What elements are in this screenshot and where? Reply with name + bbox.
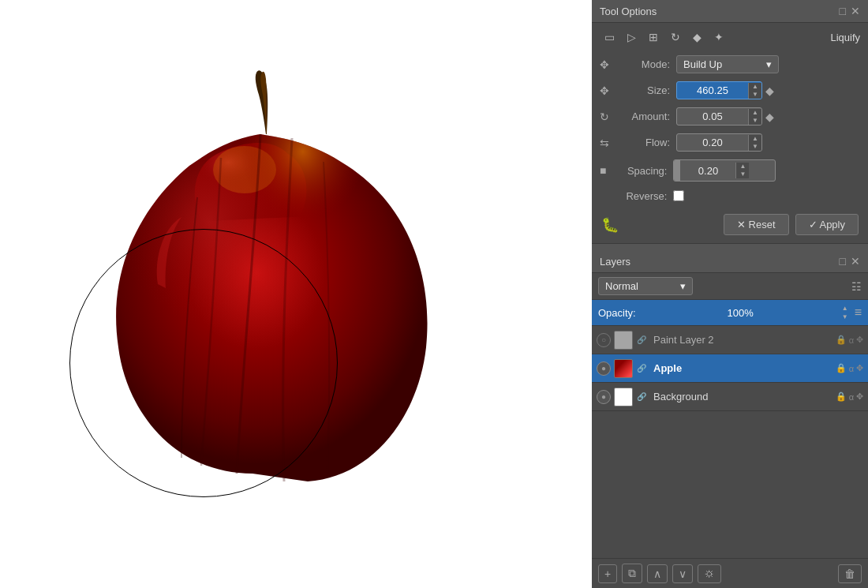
tool-rect-icon[interactable]: ▭ (600, 28, 619, 47)
tool-options-panel: Tool Options □ ✕ ▭ ▷ ⊞ ↻ ◆ ✦ Liquify ✥ M… (592, 0, 868, 244)
layer-icons-apple: 🔒 α ✥ (836, 363, 863, 373)
reverse-checkbox[interactable] (673, 190, 684, 201)
tool-diamond-icon[interactable]: ◆ (688, 28, 706, 47)
amount-input[interactable] (677, 108, 748, 125)
flow-label: Flow: (619, 137, 670, 148)
layer-icons-paint-layer-2: 🔒 α ✥ (836, 335, 863, 345)
spacing-up-btn[interactable]: ▲ (736, 163, 749, 170)
reverse-control (673, 190, 860, 201)
opacity-down-btn[interactable]: ▼ (839, 313, 851, 321)
close-icon[interactable]: ✕ (851, 5, 860, 17)
canvas-content[interactable] (0, 0, 592, 588)
mode-value: Build Up (683, 58, 722, 70)
layer-alpha-icon-apple[interactable]: α (849, 364, 854, 373)
layer-extra-icon-apple[interactable]: ✥ (856, 363, 863, 373)
spacing-bar (674, 160, 680, 181)
size-icon: ✥ (600, 84, 609, 97)
duplicate-layer-button[interactable]: ⧉ (622, 564, 642, 583)
amount-row: ↻ Amount: ▲ ▼ ◆ (592, 103, 868, 129)
size-spinners: ▲ ▼ (748, 83, 761, 99)
layer-row-apple[interactable]: ● 🔗 Apple 🔒 α ✥ (592, 354, 868, 383)
size-up-btn[interactable]: ▲ (749, 83, 761, 91)
opacity-label: Opacity: (598, 307, 636, 319)
layer-properties-button[interactable]: ⛭ (698, 564, 721, 583)
flow-row: ⇆ Flow: ▲ ▼ (592, 129, 868, 155)
layer-lock-icon-background[interactable]: 🔒 (836, 391, 847, 402)
apply-button[interactable]: ✓ Apply (795, 214, 859, 235)
layer-icons-background: 🔒 α ✥ (836, 391, 863, 402)
spacing-down-btn[interactable]: ▼ (736, 170, 749, 178)
layers-bottom-bar: + ⧉ ∧ ∨ ⛭ 🗑 (592, 558, 868, 588)
layer-row-background[interactable]: ● 🔗 Background 🔒 α ✥ (592, 383, 868, 411)
layer-chain-background: 🔗 (636, 391, 647, 403)
spacing-label: Spacing: (615, 165, 667, 177)
amount-reset-icon[interactable]: ◆ (765, 110, 774, 123)
amount-spinners: ▲ ▼ (748, 109, 761, 125)
opacity-spinners: ▲ ▼ (839, 304, 851, 321)
amount-down-btn[interactable]: ▼ (749, 117, 761, 125)
tool-rotate-icon[interactable]: ↻ (666, 28, 685, 47)
layer-name-background: Background (650, 391, 832, 403)
layer-alpha-icon-background[interactable]: α (849, 392, 854, 402)
layer-eye-paint-layer-2[interactable]: ○ (597, 333, 611, 347)
delete-layer-button[interactable]: 🗑 (838, 564, 862, 583)
layers-blend-row: Normal ▾ ☷ (592, 273, 868, 300)
tool-icon-row: ▭ ▷ ⊞ ↻ ◆ ✦ Liquify (592, 23, 868, 51)
opacity-up-btn[interactable]: ▲ (839, 304, 851, 313)
layer-menu-icon[interactable]: ≡ (855, 305, 862, 320)
layers-header-icons: □ ✕ (840, 255, 860, 268)
layers-close-icon[interactable]: ✕ (851, 255, 860, 268)
flow-down-btn[interactable]: ▼ (749, 143, 761, 151)
reset-x-icon: ✕ (737, 219, 746, 230)
tool-select-icon[interactable]: ✦ (709, 28, 728, 47)
flow-spinners: ▲ ▼ (748, 135, 761, 151)
reset-label: Reset (749, 219, 776, 230)
layer-lock-icon-paint-layer-2[interactable]: 🔒 (836, 335, 847, 345)
flow-input[interactable] (677, 134, 748, 151)
size-down-btn[interactable]: ▼ (749, 91, 761, 99)
apply-label: Apply (819, 219, 845, 230)
mode-dropdown[interactable]: Build Up ▾ (676, 55, 779, 73)
flow-up-btn[interactable]: ▲ (749, 135, 761, 143)
tool-arrow-icon[interactable]: ▷ (623, 28, 641, 47)
size-input[interactable] (677, 82, 748, 99)
tool-options-header-icons: □ ✕ (840, 5, 860, 17)
layer-row-paint-layer-2[interactable]: ○ 🔗 Paint Layer 2 🔒 α ✥ (592, 326, 868, 354)
opacity-row: Opacity: 100% ▲ ▼ ≡ (592, 300, 868, 326)
layers-filter-icon[interactable]: ☷ (851, 280, 862, 293)
chevron-down-icon: ▾ (766, 58, 772, 70)
layer-alpha-icon-paint-layer-2[interactable]: α (849, 335, 854, 345)
layer-lock-icon-apple[interactable]: 🔒 (836, 363, 847, 373)
reset-button[interactable]: ✕ Reset (724, 214, 789, 235)
layer-chain-apple: 🔗 (636, 363, 647, 374)
move-layer-down-button[interactable]: ∧ (647, 564, 668, 583)
tool-grid-icon[interactable]: ⊞ (644, 28, 663, 47)
spacing-icon: ■ (600, 164, 606, 177)
layers-restore-icon[interactable]: □ (840, 255, 846, 268)
amount-up-btn[interactable]: ▲ (749, 109, 761, 117)
layer-extra-icon-background[interactable]: ✥ (856, 391, 863, 402)
size-row: ✥ Size: ▲ ▼ ◆ (592, 77, 868, 103)
layer-extra-icon-paint-layer-2[interactable]: ✥ (856, 335, 863, 345)
reverse-label: Reverse: (615, 190, 667, 202)
spacing-input[interactable] (680, 163, 735, 179)
blend-mode-dropdown[interactable]: Normal ▾ (598, 277, 693, 295)
opacity-value: 100% (642, 307, 839, 319)
layer-name-paint-layer-2: Paint Layer 2 (650, 334, 832, 346)
spacing-row: ■ Spacing: ▲ ▼ (592, 155, 868, 185)
layer-eye-apple[interactable]: ● (597, 361, 611, 376)
mode-control: Build Up ▾ (676, 55, 860, 73)
size-reset-icon[interactable]: ◆ (765, 84, 774, 97)
spacing-input-wrap: ▲ ▼ (673, 159, 776, 182)
add-layer-button[interactable]: + (598, 564, 617, 583)
spacing-control: ▲ ▼ (673, 159, 860, 182)
flow-input-wrap: ▲ ▼ (676, 133, 762, 152)
size-label: Size: (619, 84, 670, 96)
move-layer-up-button[interactable]: ∨ (672, 564, 693, 583)
layer-chain-paint-layer-2: 🔗 (636, 335, 647, 346)
bug-icon[interactable]: 🐛 (601, 216, 619, 234)
liquify-label: Liquify (830, 32, 860, 43)
layer-eye-background[interactable]: ● (597, 390, 611, 404)
blend-mode-value: Normal (605, 280, 638, 292)
restore-icon[interactable]: □ (840, 5, 846, 17)
